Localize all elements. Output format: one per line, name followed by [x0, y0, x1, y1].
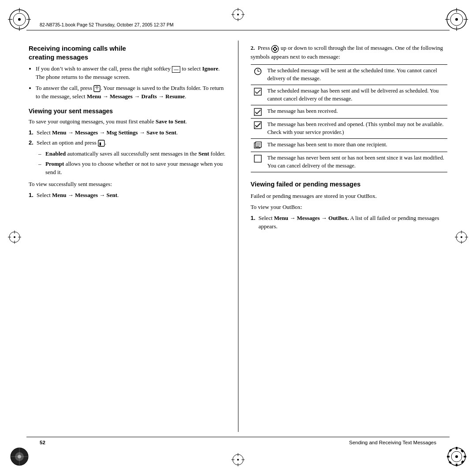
symbol-table: The scheduled message will be sent at th…	[251, 64, 448, 172]
svg-point-21	[455, 455, 458, 458]
step-1-text: Select Menu → Messages → Msg Settings → …	[37, 129, 178, 137]
view-outbox-intro: To view your OutBox:	[251, 203, 448, 212]
svg-rect-22	[456, 447, 457, 450]
view-outbox-steps: 1. Select Menu → Messages → OutBox. A li…	[251, 214, 448, 231]
symbol-icon-clock	[252, 67, 264, 75]
svg-rect-76	[254, 155, 261, 162]
svg-marker-62	[276, 48, 278, 50]
confirm-icon: ▮	[98, 139, 105, 147]
symbol-row-check2: The message has been received.	[251, 105, 448, 119]
section-failed-intro: Failed or pending messages are stored in…	[251, 192, 448, 201]
svg-point-31	[237, 459, 239, 461]
view-sent-step-1: 1. Select Menu → Messages → Sent.	[29, 191, 226, 200]
svg-text:▮: ▮	[99, 141, 101, 146]
svg-marker-61	[272, 48, 274, 50]
view-sent-steps: 1. Select Menu → Messages → Sent.	[29, 191, 226, 200]
svg-rect-23	[456, 464, 457, 466]
view-sent-step-1-num: 1.	[29, 191, 35, 200]
symbol-desc-multi: The message has been sent to more than o…	[268, 141, 447, 149]
scroll-icon	[271, 45, 279, 53]
step-1: 1. Select Menu → Messages → Msg Settings…	[29, 129, 226, 137]
step-1-num: 1.	[29, 129, 35, 137]
svg-rect-25	[464, 456, 466, 457]
symbol-row-check1: The scheduled message has been sent and …	[251, 85, 448, 105]
content-area: Receiving incoming calls whilecreating m…	[29, 36, 447, 432]
section2-intro: To save your outgoing messages, you must…	[29, 118, 226, 126]
softkey-icon: —	[172, 66, 180, 73]
view-outbox-step-1-num: 1.	[251, 214, 257, 231]
svg-line-68	[254, 108, 262, 116]
step-2-text: Select an option and press ▮.	[37, 139, 106, 147]
subitem-enabled: Enabled automatically saves all successf…	[38, 150, 226, 158]
section2-steps: 1. Select Menu → Messages → Msg Settings…	[29, 129, 226, 147]
symbol-desc-check1: The scheduled message has been sent and …	[268, 87, 447, 103]
footer-page-number: 52	[40, 440, 45, 445]
symbol-icon-check2	[252, 108, 264, 116]
symbol-desc-clock: The scheduled message will be sent at th…	[268, 67, 447, 82]
center-bottom-mark	[231, 453, 245, 468]
footer-line	[26, 437, 450, 437]
symbol-icon-multi	[252, 141, 264, 149]
right-column: 2. Press up or down to scroll through th…	[251, 36, 448, 432]
corner-mark-tr	[445, 8, 468, 31]
corner-mark-tl	[8, 8, 31, 31]
section1-heading: Receiving incoming calls whilecreating m…	[29, 44, 226, 61]
symbol-desc-check3: The message has been received and opened…	[268, 121, 447, 136]
header-text: 82-N8735-1.book Page 52 Thursday, Octobe…	[40, 22, 174, 27]
view-outbox-step-1-text: Select Menu → Messages → OutBox. A list …	[259, 214, 448, 231]
symbol-desc-check2: The message has been received.	[268, 108, 447, 115]
svg-rect-27	[461, 450, 464, 453]
symbol-row-clock: The scheduled message will be sent at th…	[251, 65, 448, 85]
step-2-subitems: Enabled automatically saves all successf…	[38, 150, 226, 177]
svg-rect-24	[447, 456, 450, 457]
view-sent-intro: To view successfully sent messages:	[29, 180, 226, 189]
right-step2: 2. Press up or down to scroll through th…	[251, 44, 448, 61]
svg-point-9	[455, 18, 458, 21]
svg-point-43	[14, 236, 15, 238]
answer-icon	[93, 84, 100, 93]
corner-mark-bl	[8, 445, 31, 468]
corner-mark-br	[445, 445, 468, 468]
view-outbox-step-1: 1. Select Menu → Messages → OutBox. A li…	[251, 214, 448, 231]
symbol-icon-check3	[252, 121, 264, 129]
bullet-1: If you don’t wish to answer the call, pr…	[36, 65, 226, 82]
column-divider	[238, 41, 238, 432]
header-line	[26, 30, 450, 30]
subitem-prompt: Prompt allows you to choose whether or n…	[38, 160, 226, 177]
symbol-icon-check1	[252, 87, 264, 96]
step-2-num: 2.	[29, 139, 35, 147]
section-failed-heading: Viewing failed or pending messages	[251, 180, 448, 189]
svg-point-2	[18, 18, 21, 21]
symbol-row-check3: The message has been received and opened…	[251, 119, 448, 139]
left-column: Receiving incoming calls whilecreating m…	[29, 36, 226, 432]
svg-rect-29	[461, 460, 464, 463]
svg-point-49	[461, 236, 462, 238]
symbol-icon-empty	[252, 154, 264, 163]
symbol-row-empty: The message has never been sent or has n…	[251, 152, 448, 172]
svg-point-37	[237, 14, 239, 15]
right-center-mark	[455, 231, 468, 245]
view-sent-step-1-text: Select Menu → Messages → Sent.	[37, 191, 119, 200]
step-2: 2. Select an option and press ▮.	[29, 139, 226, 147]
symbol-desc-empty: The message has never been sent or has n…	[268, 154, 447, 170]
page: 82-N8735-1.book Page 52 Thursday, Octobe…	[0, 0, 476, 476]
section1-bullets: If you don’t wish to answer the call, pr…	[36, 65, 226, 101]
symbol-row-multi: The message has been sent to more than o…	[251, 139, 448, 152]
bullet-2: To answer the call, press . Your message…	[36, 84, 226, 101]
left-center-mark	[8, 231, 21, 245]
footer-section-title: Sending and Receiving Text Messages	[349, 440, 436, 445]
section2-heading: Viewing your sent messages	[29, 107, 226, 115]
center-top-mark	[231, 8, 245, 23]
